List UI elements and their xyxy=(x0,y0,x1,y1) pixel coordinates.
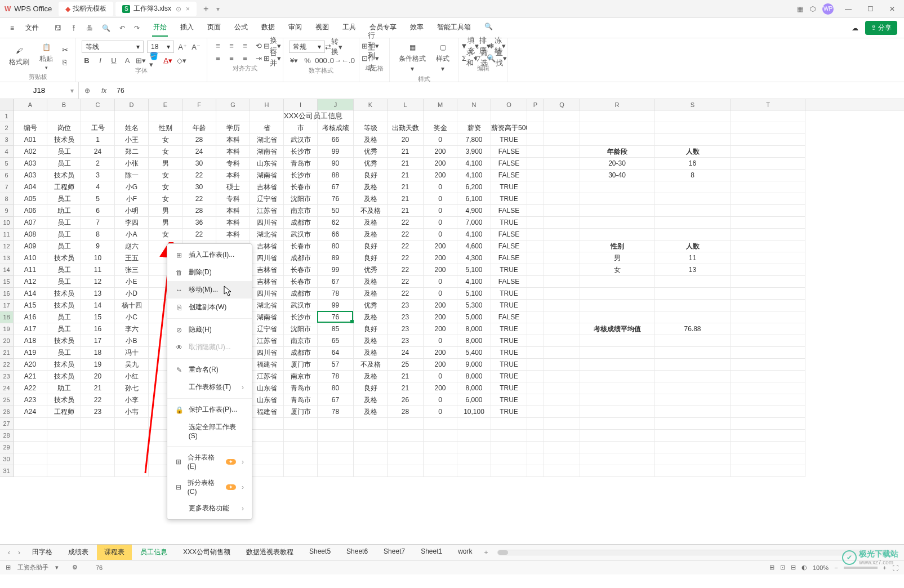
cell[interactable]: 0 xyxy=(424,193,457,205)
cell[interactable] xyxy=(424,465,457,477)
cell[interactable]: 5,000 xyxy=(457,311,491,323)
cell[interactable]: A03 xyxy=(14,158,47,170)
cell[interactable]: 技术员 xyxy=(47,371,81,382)
cell[interactable]: 23 xyxy=(81,406,115,418)
sheet-tab[interactable]: 数据透视表教程 xyxy=(239,545,301,560)
cell[interactable]: 员工 xyxy=(47,229,81,240)
share-button[interactable]: ⇪ 分享 xyxy=(865,21,897,35)
cell[interactable] xyxy=(216,110,250,122)
cell[interactable] xyxy=(731,311,805,323)
cell[interactable] xyxy=(731,252,805,264)
cell[interactable]: TRUE xyxy=(491,347,527,359)
cell[interactable]: 4,100 xyxy=(457,170,491,181)
cell[interactable] xyxy=(654,371,731,382)
cell[interactable] xyxy=(354,442,388,453)
cell[interactable] xyxy=(491,442,527,453)
cell[interactable]: 8 xyxy=(654,170,731,181)
cell[interactable]: 76.88 xyxy=(654,323,731,335)
cell[interactable]: 4,100 xyxy=(457,158,491,170)
cell-reference-input[interactable] xyxy=(17,86,62,95)
row-header[interactable]: 7 xyxy=(0,181,14,193)
cell[interactable]: 21 xyxy=(388,205,424,217)
cell[interactable]: 3,900 xyxy=(457,146,491,158)
cell[interactable]: 及格 xyxy=(354,371,388,382)
cell[interactable] xyxy=(654,430,731,442)
col-header-J[interactable]: J xyxy=(318,99,354,110)
cell[interactable]: 江苏省 xyxy=(250,371,284,382)
cell[interactable]: 200 xyxy=(424,170,457,181)
cell[interactable]: 小明 xyxy=(115,205,149,217)
cell[interactable]: 编号 xyxy=(14,122,47,134)
cell[interactable]: 21 xyxy=(388,382,424,394)
cell[interactable]: TRUE xyxy=(491,288,527,300)
cell[interactable]: 90 xyxy=(318,158,354,170)
cell[interactable]: 200 xyxy=(424,323,457,335)
cell[interactable] xyxy=(527,465,544,477)
cell[interactable]: A01 xyxy=(14,134,47,146)
cell[interactable]: 20-30 xyxy=(580,158,654,170)
cell[interactable]: 0 xyxy=(424,288,457,300)
cell[interactable]: 23 xyxy=(388,335,424,347)
cell[interactable]: 及格 xyxy=(354,229,388,240)
cell[interactable]: 本科 xyxy=(216,146,250,158)
cell[interactable] xyxy=(527,170,544,181)
row-header[interactable]: 16 xyxy=(0,288,14,300)
cell[interactable] xyxy=(731,217,805,229)
cell[interactable]: FALSE xyxy=(491,311,527,323)
cell[interactable]: 小C xyxy=(115,311,149,323)
align-bot-icon[interactable]: ≡ xyxy=(240,41,250,51)
cell[interactable]: 22 xyxy=(182,193,216,205)
cell[interactable]: A17 xyxy=(14,323,47,335)
helper-icon[interactable]: ⊞ xyxy=(6,564,11,571)
cell[interactable] xyxy=(527,453,544,465)
cell[interactable]: 福建省 xyxy=(250,359,284,371)
cell[interactable]: 85 xyxy=(318,323,354,335)
cell[interactable]: A24 xyxy=(14,406,47,418)
cell[interactable] xyxy=(115,110,149,122)
view-page-icon[interactable]: ⊡ xyxy=(780,564,785,571)
cell[interactable] xyxy=(731,193,805,205)
cell[interactable]: 23 xyxy=(388,323,424,335)
row-header[interactable]: 20 xyxy=(0,335,14,347)
cell[interactable] xyxy=(457,418,491,430)
cell[interactable]: 5 xyxy=(81,193,115,205)
cell[interactable]: FALSE xyxy=(491,252,527,264)
cell[interactable]: 小D xyxy=(115,288,149,300)
hamburger-icon[interactable]: ≡ xyxy=(7,24,17,32)
cell[interactable]: 67 xyxy=(318,394,354,406)
cell[interactable] xyxy=(544,276,580,288)
row-header[interactable]: 4 xyxy=(0,146,14,158)
cell[interactable]: 良好 xyxy=(354,323,388,335)
cell[interactable] xyxy=(527,430,544,442)
cell[interactable] xyxy=(115,465,149,477)
cell[interactable] xyxy=(527,122,544,134)
cell[interactable] xyxy=(580,335,654,347)
align-center-icon[interactable]: ≡ xyxy=(226,53,237,63)
align-top-icon[interactable]: ≡ xyxy=(213,41,223,51)
cell[interactable]: 小E xyxy=(115,276,149,288)
cell[interactable]: 助工 xyxy=(47,205,81,217)
ctx-tab-color[interactable]: 工作表标签(T)› xyxy=(167,378,252,396)
cell[interactable]: 67 xyxy=(318,276,354,288)
cell[interactable] xyxy=(654,229,731,240)
cell[interactable]: 市 xyxy=(284,122,318,134)
cell[interactable]: 湖北省 xyxy=(250,229,284,240)
cell[interactable]: 女 xyxy=(580,264,654,276)
cell[interactable] xyxy=(580,134,654,146)
cell[interactable]: 奖金 xyxy=(424,122,457,134)
cell[interactable] xyxy=(580,193,654,205)
cell[interactable]: A15 xyxy=(14,300,47,311)
cell[interactable]: 12 xyxy=(81,276,115,288)
cell[interactable] xyxy=(731,394,805,406)
cell[interactable]: 30 xyxy=(182,158,216,170)
cell[interactable]: 8,000 xyxy=(457,335,491,347)
cell[interactable]: 36 xyxy=(182,217,216,229)
cell[interactable]: 李六 xyxy=(115,323,149,335)
cell[interactable] xyxy=(182,110,216,122)
cell[interactable] xyxy=(318,442,354,453)
cell[interactable]: 硕士 xyxy=(216,181,250,193)
cell[interactable] xyxy=(354,110,388,122)
cell[interactable]: 男 xyxy=(149,158,182,170)
cell[interactable]: 江苏省 xyxy=(250,205,284,217)
cell[interactable]: 89 xyxy=(318,252,354,264)
